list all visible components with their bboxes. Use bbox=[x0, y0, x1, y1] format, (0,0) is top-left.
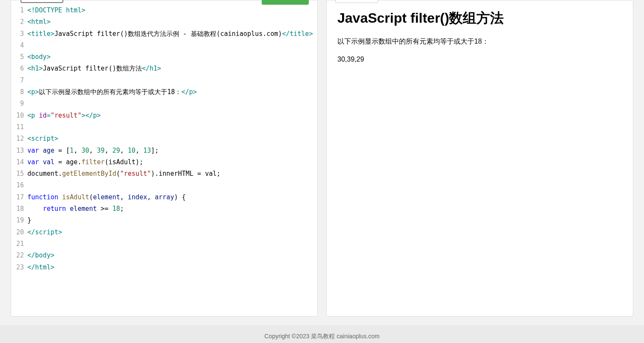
code-content[interactable]: <!DOCTYPE html><html><title>JavaScript f… bbox=[27, 5, 317, 273]
footer: Copyright ©2023 菜鸟教程 cainiaoplus.com bbox=[0, 325, 644, 343]
toolbar-button-left[interactable] bbox=[21, 0, 63, 3]
preview-result: 30,39,29 bbox=[337, 56, 622, 63]
preview-panel: JavaScript filter()数组方法 以下示例显示数组中的所有元素均等… bbox=[326, 0, 633, 316]
run-button[interactable] bbox=[262, 0, 309, 5]
preview-heading: JavaScript filter()数组方法 bbox=[337, 9, 622, 28]
line-numbers: 1234567891011121314151617181920212223 bbox=[11, 5, 27, 273]
code-editor[interactable]: 1234567891011121314151617181920212223 <!… bbox=[11, 0, 317, 273]
preview-content: JavaScript filter()数组方法 以下示例显示数组中的所有元素均等… bbox=[327, 0, 633, 81]
preview-description: 以下示例显示数组中的所有元素均等于或大于18： bbox=[337, 37, 622, 46]
main-container: 1234567891011121314151617181920212223 <!… bbox=[0, 0, 644, 316]
editor-panel: 1234567891011121314151617181920212223 <!… bbox=[11, 0, 318, 316]
toolbar-button-preview[interactable] bbox=[335, 0, 378, 3]
